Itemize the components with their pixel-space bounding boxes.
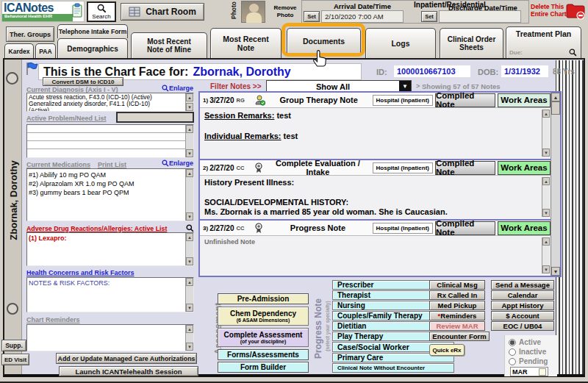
compiled-note-button[interactable]: Compiled Note — [435, 93, 495, 107]
note-row-header[interactable]: 3) 2/27/20 CC Progress Note Hospital (In… — [200, 221, 551, 236]
status-radio-pending[interactable]: Pending — [509, 357, 548, 365]
tab-telephone-intake-form[interactable]: Telephone Intake Form — [57, 24, 128, 38]
set-arrival-button[interactable]: Set — [304, 11, 320, 22]
problem-list-scrollbar[interactable]: ▲▼ — [185, 125, 193, 157]
adverse-reactions-label[interactable]: Adverse Drug Reactions/Allergies: Active… — [26, 225, 167, 232]
form-builder-button[interactable]: Form Builder — [218, 362, 309, 373]
pre-admission-button[interactable]: Pre-Admission — [218, 293, 309, 304]
tab-logs[interactable]: Logs — [365, 28, 436, 58]
tab-demographics[interactable]: Demographics — [57, 38, 128, 58]
send-message-button[interactable]: Send a Message — [491, 280, 554, 290]
tab-treatment-plan[interactable]: Treatment Plan Due: — [506, 26, 581, 58]
work-areas-button[interactable]: Work Areas — [498, 161, 551, 175]
encounter-form-button[interactable]: Encounter Form — [429, 332, 490, 341]
note-scrollbar[interactable]: ▲▼ — [542, 177, 550, 217]
note-number: 3) — [203, 225, 208, 232]
telehealth-button[interactable]: Launch ICANTelehealth Session — [59, 366, 198, 376]
tab-paa[interactable]: PAA — [35, 43, 56, 58]
radio-selected-icon — [509, 339, 516, 346]
calendar-button[interactable]: Calendar — [491, 290, 554, 300]
delete-folder-icon[interactable] — [566, 2, 585, 20]
chem-dependency-button[interactable]: Chem Dependency (6 ASAM Dimensions) — [218, 307, 309, 326]
medications-box[interactable]: #1) Abilify 10 mg PO QAM #2) Alprazolam … — [26, 168, 194, 221]
account-button[interactable]: $ Account — [491, 311, 554, 321]
convert-dsm-button[interactable]: Convert DSM to ICD10 — [43, 77, 123, 86]
forms-assessments-button[interactable]: Forms/Assessments — [218, 349, 309, 360]
health-scrollbar[interactable]: ▲▼ — [185, 278, 193, 312]
note-scrollbar[interactable]: ▲▼ — [542, 110, 550, 157]
diagnosis-box[interactable]: Acute stress reaction, F43.0 (ICD-10) (A… — [26, 93, 194, 112]
clinical-msg-button[interactable]: Clinical Msg — [429, 280, 485, 290]
patient-dob-value: 1/31/1932 — [501, 65, 548, 77]
note-row-header[interactable]: 2) 2/27/20 CC Complete Evaluation / Inta… — [200, 160, 551, 176]
health-concerns-label[interactable]: Health Concerns and Risk Factors — [26, 269, 135, 276]
adverse-reactions-box[interactable]: (1) Lexapro: ▲▼ — [26, 232, 194, 266]
flag-circle-bottom[interactable] — [7, 303, 18, 315]
note-number: 1) — [203, 97, 208, 104]
note-body[interactable]: History Present Illness: SOCIAL/DEVELOPM… — [200, 176, 551, 219]
magnifier-icon[interactable] — [186, 224, 194, 232]
note-author-initials: CC — [237, 225, 245, 232]
chart-flag-icon[interactable] — [25, 62, 39, 76]
flag-circle-top[interactable] — [6, 72, 18, 85]
note-body[interactable]: Unfinished Note ▲▼ — [200, 236, 551, 276]
status-radio-inactive[interactable]: Inactive — [509, 348, 546, 356]
ed-visit-button[interactable]: ED Visit — [1, 354, 29, 365]
health-concerns-box[interactable]: NOTES & RISK FACTORS: ▲▼ — [26, 277, 194, 312]
notes-panel-scrollbar[interactable]: ▲ ▼ — [551, 93, 560, 276]
compiled-note-button[interactable]: Compiled Note — [435, 221, 495, 235]
scroll-down-arrow[interactable]: ▼ — [551, 267, 560, 276]
tab-clinical-order-sheets[interactable]: Clinical Order Sheets — [440, 28, 503, 58]
reminders-scrollbar[interactable]: ▲▼ — [185, 325, 193, 351]
chart-room-button[interactable]: Chart Room — [121, 3, 204, 21]
problem-list-box[interactable]: ▲▼ — [26, 124, 194, 158]
remove-photo-button[interactable]: Remove Photo — [269, 4, 301, 19]
work-areas-button[interactable]: Work Areas — [498, 93, 551, 107]
adverse-scrollbar[interactable]: ▲▼ — [185, 233, 193, 265]
health-concerns-text: NOTES & RISK FACTORS: — [27, 278, 193, 287]
work-areas-button[interactable]: Work Areas — [498, 221, 551, 235]
tab-most-recent-note-of-mine[interactable]: Most Recent Note of Mine — [131, 32, 207, 58]
delete-chart-button[interactable]: Delete This Entire Chart — [531, 3, 567, 18]
problem-list-field[interactable] — [116, 112, 194, 123]
mar-checkbox[interactable] — [539, 368, 546, 376]
medications-scrollbar[interactable]: ▲▼ — [185, 169, 193, 221]
med-pickup-button[interactable]: Med Pickup — [429, 301, 485, 310]
scroll-thumb[interactable] — [551, 101, 560, 115]
note-location: Hospital (Inpatient) — [373, 223, 433, 234]
compiled-note-button[interactable]: Compiled Note — [435, 161, 495, 175]
patient-photo[interactable] — [241, 1, 265, 23]
scroll-up-arrow[interactable]: ▲ — [551, 93, 560, 101]
managed-care-button[interactable]: Add or Update Managed Care Authorization… — [56, 353, 197, 364]
photo-label: Photo — [230, 1, 237, 19]
quick-erx-button[interactable]: Quick eRx — [429, 344, 465, 356]
note-row-header[interactable]: 1) 3/27/20 RG Group Therapy Note Hospita… — [200, 93, 551, 108]
diagnosis-scrollbar[interactable]: ▲▼ — [185, 93, 193, 111]
supp-button[interactable]: Supp. — [1, 340, 26, 351]
progress-clinical-note-without-encounter-button[interactable]: Clinical Note Without Encounter — [332, 363, 454, 373]
patient-name: Zbornak, Dorothy — [193, 65, 290, 79]
tab-kardex[interactable]: Kardex — [4, 43, 34, 58]
note-title: Complete Evaluation / Intake — [263, 159, 372, 176]
note-body[interactable]: Session Remarks: test Individual Remarks… — [200, 108, 551, 159]
reminders-button[interactable]: *Reminders — [429, 311, 485, 321]
eoc-ub04-button[interactable]: EOC / UB04 — [491, 321, 554, 331]
set-discharge-button[interactable]: Set — [421, 11, 437, 22]
discharge-datetime-field[interactable] — [439, 10, 521, 23]
tab-ther-groups[interactable]: Ther. Groups — [6, 26, 54, 42]
arrival-datetime-field[interactable]: 2/10/2020 7:00 AM — [321, 10, 404, 23]
note-scrollbar[interactable]: ▲▼ — [542, 237, 550, 273]
complete-assessment-button[interactable]: Complete Assessment (of your discipline) — [218, 328, 309, 347]
review-mar-button[interactable]: Review MAR — [429, 321, 485, 331]
appt-history-button[interactable]: Appt History — [491, 301, 554, 310]
medications-enlarge-link[interactable]: Enlarge — [162, 160, 193, 167]
chart-reminders-box[interactable]: ▲▼ — [26, 324, 194, 351]
tab-most-recent-note[interactable]: Most Recent Note — [210, 28, 282, 58]
print-list-link[interactable]: Print List — [98, 161, 126, 168]
mar-checkbox-row[interactable]: MAR — [510, 367, 548, 376]
diagnosis-enlarge-link[interactable]: Enlarge — [162, 85, 193, 92]
rx-called-in-button[interactable]: Rx Called In — [429, 290, 485, 300]
status-radio-active[interactable]: Active — [509, 338, 541, 346]
treatment-plan-search-icon[interactable] — [569, 49, 577, 57]
search-button[interactable]: Search — [87, 1, 116, 22]
